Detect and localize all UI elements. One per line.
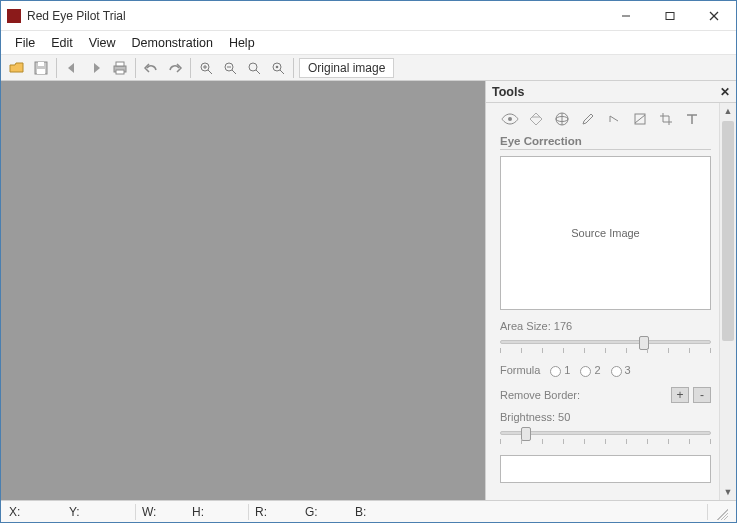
remove-border-minus-button[interactable]: -	[693, 387, 711, 403]
formula-row: Formula 1 2 3	[500, 364, 711, 377]
tool-icon-row	[500, 109, 711, 129]
titlebar[interactable]: Red Eye Pilot Trial	[1, 1, 736, 31]
toolbar: Original image	[1, 55, 736, 81]
image-canvas[interactable]	[1, 81, 485, 500]
toolbar-separator	[56, 58, 57, 78]
crop-tool-icon[interactable]	[656, 109, 676, 129]
menu-demonstration[interactable]: Demonstration	[124, 33, 221, 53]
preview-label: Source Image	[571, 227, 639, 239]
svg-rect-5	[38, 62, 44, 66]
svg-point-17	[249, 63, 257, 71]
scroll-up-icon[interactable]: ▲	[720, 103, 736, 119]
brush-tool-icon[interactable]	[578, 109, 598, 129]
formula-radio-2[interactable]: 2	[580, 364, 600, 377]
svg-point-22	[508, 117, 512, 121]
svg-line-18	[256, 70, 260, 74]
maximize-button[interactable]	[648, 1, 692, 31]
status-w: W:	[142, 505, 192, 519]
print-icon[interactable]	[108, 57, 132, 79]
menu-file[interactable]: File	[7, 33, 43, 53]
area-size-slider[interactable]	[500, 336, 711, 356]
app-icon	[7, 9, 21, 23]
svg-rect-6	[37, 69, 45, 74]
menu-edit[interactable]: Edit	[43, 33, 81, 53]
levels-tool-icon[interactable]	[630, 109, 650, 129]
svg-line-28	[635, 115, 645, 123]
eye-tool-icon[interactable]	[500, 109, 520, 129]
toolbar-separator	[190, 58, 191, 78]
formula-radio-1[interactable]: 1	[550, 364, 570, 377]
status-y: Y:	[69, 505, 129, 519]
status-x: X:	[9, 505, 69, 519]
menubar: File Edit View Demonstration Help	[1, 31, 736, 55]
section-eye-correction: Eye Correction	[500, 135, 711, 150]
content-area: Tools ✕ Eye Correction	[1, 81, 736, 500]
zoom-in-icon[interactable]	[194, 57, 218, 79]
diamond-tool-icon[interactable]	[526, 109, 546, 129]
status-b: B:	[355, 505, 405, 519]
window-title: Red Eye Pilot Trial	[27, 9, 126, 23]
resize-grip-icon[interactable]	[714, 506, 728, 520]
close-button[interactable]	[692, 1, 736, 31]
redo-icon[interactable]	[163, 57, 187, 79]
svg-line-15	[232, 70, 236, 74]
svg-rect-9	[116, 70, 124, 74]
tools-title: Tools	[492, 85, 524, 99]
rotate-tool-icon[interactable]	[604, 109, 624, 129]
svg-rect-8	[116, 62, 124, 66]
app-window: Red Eye Pilot Trial File Edit View Demon…	[0, 0, 737, 523]
menu-view[interactable]: View	[81, 33, 124, 53]
open-icon[interactable]	[5, 57, 29, 79]
toolbar-separator	[293, 58, 294, 78]
brightness-slider[interactable]	[500, 427, 711, 447]
remove-border-label: Remove Border:	[500, 389, 667, 401]
tools-panel: Tools ✕ Eye Correction	[485, 81, 736, 500]
globe-tool-icon[interactable]	[552, 109, 572, 129]
tools-content: Eye Correction Source Image Area Size: 1…	[486, 103, 719, 500]
area-size-value: 176	[554, 320, 572, 332]
result-preview	[500, 455, 711, 483]
remove-border-row: Remove Border: + -	[500, 387, 711, 403]
tools-close-icon[interactable]: ✕	[720, 85, 730, 99]
svg-point-21	[276, 65, 279, 68]
area-size-label: Area Size: 176	[500, 320, 711, 332]
status-r: R:	[255, 505, 305, 519]
status-g: G:	[305, 505, 355, 519]
zoom-out-icon[interactable]	[218, 57, 242, 79]
original-image-button[interactable]: Original image	[299, 58, 394, 78]
back-icon[interactable]	[60, 57, 84, 79]
toolbar-separator	[135, 58, 136, 78]
menu-help[interactable]: Help	[221, 33, 263, 53]
tools-header: Tools ✕	[486, 81, 736, 103]
tools-scrollbar[interactable]: ▲ ▼	[719, 103, 736, 500]
minimize-button[interactable]	[604, 1, 648, 31]
zoom-fit-icon[interactable]	[242, 57, 266, 79]
brightness-value: 50	[558, 411, 570, 423]
svg-line-11	[208, 70, 212, 74]
svg-rect-1	[666, 12, 674, 19]
statusbar: X: Y: W: H: R: G: B:	[1, 500, 736, 522]
scroll-down-icon[interactable]: ▼	[720, 484, 736, 500]
formula-label: Formula	[500, 364, 540, 376]
formula-radio-3[interactable]: 3	[611, 364, 631, 377]
text-tool-icon[interactable]	[682, 109, 702, 129]
undo-icon[interactable]	[139, 57, 163, 79]
forward-icon[interactable]	[84, 57, 108, 79]
source-image-preview: Source Image	[500, 156, 711, 310]
scroll-thumb[interactable]	[722, 121, 734, 341]
remove-border-plus-button[interactable]: +	[671, 387, 689, 403]
brightness-label: Brightness: 50	[500, 411, 711, 423]
save-icon[interactable]	[29, 57, 53, 79]
svg-line-20	[280, 70, 284, 74]
zoom-actual-icon[interactable]	[266, 57, 290, 79]
status-h: H:	[192, 505, 242, 519]
